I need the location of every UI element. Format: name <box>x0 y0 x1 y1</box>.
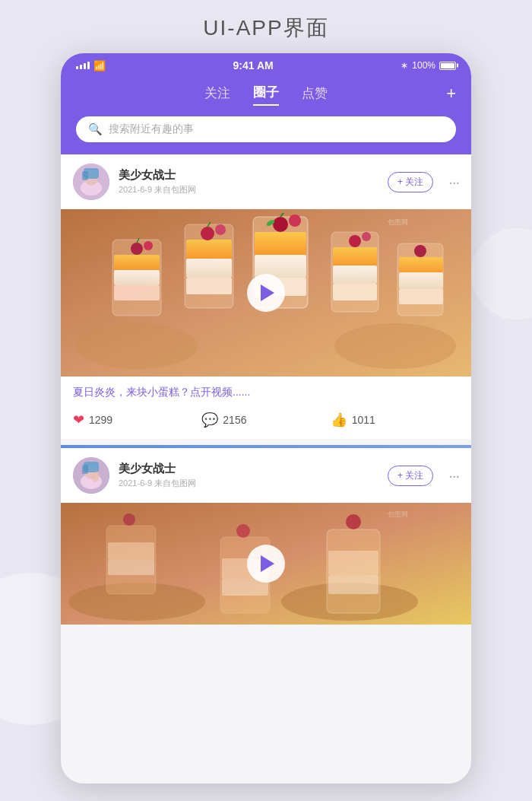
svg-point-7 <box>76 323 198 369</box>
post-stats-1: ❤ 1299 💬 2156 👍 1011 <box>61 405 471 439</box>
svg-rect-26 <box>255 232 306 255</box>
user-name-1: 美少女战士 <box>119 168 378 183</box>
svg-rect-39 <box>399 272 443 289</box>
play-icon-2 <box>261 555 274 572</box>
post-card-2: 美少女战士 2021-6-9 来自包图网 + 关注 ··· <box>61 448 471 625</box>
status-time: 9:41 AM <box>233 59 274 72</box>
svg-rect-11 <box>114 270 160 285</box>
svg-point-14 <box>144 241 153 250</box>
status-bar: 📶 9:41 AM ∗ 100% <box>61 53 471 76</box>
svg-rect-33 <box>333 265 377 284</box>
search-area: 🔍 搜索附近有趣的事 <box>61 116 471 154</box>
svg-rect-53 <box>108 560 154 575</box>
svg-rect-10 <box>114 285 160 300</box>
svg-point-55 <box>123 513 135 526</box>
post-media-1: 包图网 <box>61 209 471 377</box>
likes-stat[interactable]: ❤ 1299 <box>73 412 201 428</box>
nav-tabs: 关注 圈子 点赞 + <box>76 84 456 116</box>
thumb-icon: 👍 <box>331 412 347 428</box>
search-placeholder: 搜索附近有趣的事 <box>109 122 194 136</box>
play-button-2[interactable] <box>247 545 285 583</box>
svg-rect-47 <box>82 465 88 474</box>
svg-point-20 <box>201 227 214 240</box>
svg-rect-17 <box>186 278 232 294</box>
avatar-2 <box>73 457 109 494</box>
status-right: ∗ 100% <box>401 60 456 71</box>
svg-point-35 <box>349 235 361 247</box>
play-button-1[interactable] <box>247 274 285 312</box>
signal-icon <box>76 62 90 69</box>
svg-point-36 <box>362 232 371 241</box>
follow-button-1[interactable]: + 关注 <box>388 172 433 192</box>
svg-text:包图网: 包图网 <box>388 510 408 518</box>
user-meta-2: 2021-6-9 来自包图网 <box>119 478 378 489</box>
svg-point-41 <box>414 245 426 257</box>
svg-rect-4 <box>82 171 88 180</box>
svg-rect-12 <box>114 255 160 270</box>
page-title: UI-APP界面 <box>0 0 532 53</box>
svg-point-63 <box>346 514 361 529</box>
svg-rect-40 <box>399 257 443 272</box>
svg-point-28 <box>289 215 301 227</box>
tab-dianzan[interactable]: 点赞 <box>302 84 328 105</box>
svg-rect-62 <box>328 551 378 575</box>
thumbs-stat[interactable]: 👍 1011 <box>331 412 459 428</box>
svg-point-13 <box>131 243 143 255</box>
phone-frame: 📶 9:41 AM ∗ 100% 关注 圈子 点赞 + 🔍 搜索附近有趣的事 <box>61 53 471 784</box>
status-left: 📶 <box>76 60 106 72</box>
user-meta-1: 2021-6-9 来自包图网 <box>119 184 378 195</box>
bluetooth-icon: ∗ <box>401 60 408 71</box>
post-card-1: 美少女战士 2021-6-9 来自包图网 + 关注 ··· <box>61 154 471 439</box>
comment-icon: 💬 <box>201 412 218 428</box>
svg-rect-19 <box>186 240 232 259</box>
wifi-icon: 📶 <box>93 60 106 72</box>
post-header-2: 美少女战士 2021-6-9 来自包图网 + 关注 ··· <box>61 448 471 503</box>
battery-percent: 100% <box>412 60 435 71</box>
post-text-1: 夏日炎炎，来块小蛋糕？点开视频...... <box>61 377 471 405</box>
post-header-1: 美少女战士 2021-6-9 来自包图网 + 关注 ··· <box>61 154 471 209</box>
likes-count: 1299 <box>89 414 112 426</box>
heart-icon: ❤ <box>73 412 84 428</box>
svg-point-8 <box>334 323 456 369</box>
search-bar[interactable]: 🔍 搜索附近有趣的事 <box>76 116 456 142</box>
user-info-2: 美少女战士 2021-6-9 来自包图网 <box>119 462 378 489</box>
svg-point-27 <box>273 217 288 232</box>
header-nav: 关注 圈子 点赞 + <box>61 76 471 116</box>
svg-rect-18 <box>186 259 232 278</box>
svg-rect-32 <box>333 284 377 300</box>
battery-icon <box>439 62 456 70</box>
play-icon <box>261 284 274 301</box>
svg-rect-61 <box>328 575 378 594</box>
svg-rect-54 <box>108 542 154 560</box>
post-media-2: 包图网 <box>61 503 471 625</box>
svg-text:包图网: 包图网 <box>388 218 408 226</box>
svg-point-21 <box>215 224 226 235</box>
svg-point-59 <box>236 524 250 538</box>
follow-button-2[interactable]: + 关注 <box>388 466 433 486</box>
user-info-1: 美少女战士 2021-6-9 来自包图网 <box>119 168 378 195</box>
content-area: 美少女战士 2021-6-9 来自包图网 + 关注 ··· <box>61 154 471 625</box>
tab-quanzi[interactable]: 圈子 <box>253 84 279 106</box>
avatar-1 <box>73 164 109 200</box>
user-name-2: 美少女战士 <box>119 462 378 476</box>
svg-rect-38 <box>399 289 443 304</box>
svg-rect-34 <box>333 247 377 265</box>
more-button-2[interactable]: ··· <box>448 467 459 485</box>
comments-count: 2156 <box>223 414 246 426</box>
search-icon: 🔍 <box>88 122 103 136</box>
tab-guanzhu[interactable]: 关注 <box>204 84 230 105</box>
more-button-1[interactable]: ··· <box>448 173 459 191</box>
comments-stat[interactable]: 💬 2156 <box>201 412 330 428</box>
add-button[interactable]: + <box>446 84 456 103</box>
thumbs-count: 1011 <box>352 414 375 426</box>
